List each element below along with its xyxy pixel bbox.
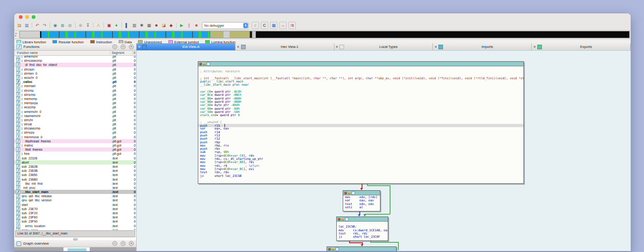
function-row[interactable]: ƒ__libc_init_first.text0 (14, 182, 136, 186)
function-row[interactable]: ƒsub_23F60.text0 (14, 215, 136, 219)
function-row[interactable]: ƒj_wcschr_0.plt0 (14, 76, 136, 80)
navband-segment[interactable] (20, 31, 40, 38)
function-row[interactable]: ƒsub_23F90.text0 (14, 219, 136, 223)
code-line[interactable]: var_58= qword ptr -58h (200, 111, 523, 114)
options-icon[interactable]: ✱ (138, 22, 145, 29)
function-row[interactable]: ƒj_strcspn.plt0 (14, 67, 136, 71)
node-title-bar[interactable] (337, 217, 388, 222)
code-line[interactable]: __libc_start_main proc near (200, 83, 523, 87)
function-row[interactable]: ƒ__libc_start_main.text0 (14, 190, 136, 194)
function-row[interactable]: ƒj_malloc.plt.got0 (14, 143, 136, 147)
disabled-action-icon[interactable]: ⊕ (77, 22, 84, 29)
graph-node-b[interactable]: mov edx, [rdx]xor eax, eaxtest edx, edxs… (343, 190, 380, 211)
debugger-select[interactable]: No debugger▲▼ (202, 22, 249, 29)
function-row[interactable]: ƒ_calloc.plt0 (14, 80, 136, 84)
tab-close-icon[interactable]: ✕ (138, 45, 141, 49)
function-row[interactable]: ƒabort.text0 (14, 160, 136, 164)
function-row[interactable]: ƒj_free.plt.got0 (14, 152, 136, 156)
function-row[interactable]: ƒsub_2362B.text0 (14, 164, 136, 169)
code-line[interactable]: ; int __fastcall __libc_start_main(int (… (200, 77, 523, 80)
enums-icon[interactable]: ▥ (131, 22, 138, 29)
function-row[interactable]: ƒj_strncmp.plt0 (14, 93, 136, 97)
pause-process-icon[interactable]: ∥ (186, 22, 192, 29)
graph-overview-header[interactable]: Graph overview − ○ × (14, 240, 136, 247)
jump-forward-icon[interactable]: ↷ (41, 22, 48, 29)
function-row[interactable]: ƒ__libdl_freeres.plt.got0 (14, 147, 136, 152)
function-row[interactable]: ƒj_wmemchr_0.plt0 (14, 109, 136, 113)
node-code[interactable]: ; Attributes: noreturn; int __fastcall _… (198, 66, 523, 178)
function-row[interactable]: ƒj_strcasecmp.plt0 (14, 126, 136, 130)
function-row[interactable]: ƒstart.text0 (14, 203, 136, 207)
tab-close-icon[interactable]: ✕ (533, 45, 536, 49)
panel-close-icon[interactable]: × (129, 44, 134, 49)
navband-segment[interactable] (230, 31, 250, 38)
tab-ida-view-a[interactable]: ✕IDA View-A (137, 43, 236, 50)
code-line[interactable]: push rbx (200, 147, 523, 151)
graph-node-loc-23C5B[interactable]: loc_23C5B:mov cs:dword_1CE1A0, eaxtest r… (336, 217, 388, 241)
node-code[interactable]: loc_23C5B:mov cs:dword_1CE1A0, eaxtest r… (337, 222, 388, 239)
function-row[interactable]: ƒj_strncpy.plt0 (14, 130, 136, 135)
function-row[interactable]: ƒj_memset.plt0 (14, 84, 136, 88)
code-line[interactable]: ; Attributes: noreturn (200, 70, 523, 73)
shortcuts-icon[interactable]: ▦ (146, 22, 152, 29)
code-line[interactable]: var_60= qword ptr -60h (200, 107, 523, 111)
node-frame-icon[interactable] (207, 62, 210, 66)
code-line[interactable] (200, 117, 523, 120)
tab-close-icon[interactable]: ✕ (434, 45, 437, 49)
graph-overview-map[interactable] (14, 247, 136, 251)
lumina-icon[interactable]: ● (113, 22, 120, 29)
overview-close-icon[interactable]: × (129, 241, 134, 246)
snapshot-icon[interactable]: ▣ (106, 22, 112, 29)
function-row[interactable]: ƒ_init_proc.text0 (14, 186, 136, 190)
select-stepper-icon[interactable]: ▲▼ (243, 23, 248, 28)
function-row[interactable]: ƒj_memcmp.plt0 (14, 97, 136, 101)
segments-icon[interactable]: ◎ (67, 22, 73, 29)
function-row[interactable]: ƒj_strnlen_0.plt0 (14, 71, 136, 76)
function-row[interactable]: ƒsub_23E70.text0 (14, 207, 136, 211)
graph-node-d[interactable] (327, 246, 397, 251)
navband-segment[interactable] (252, 31, 256, 38)
save-icon[interactable]: ▥ (23, 22, 30, 29)
tab-close-icon[interactable]: ✕ (237, 45, 240, 49)
function-row[interactable]: ƒj_memmove_0.plt0 (14, 135, 136, 139)
byte-view-icon[interactable]: ◉ (52, 22, 58, 29)
navband-segment[interactable] (224, 31, 230, 38)
function-row[interactable]: ƒgnu_get_libc_release.text0 (14, 194, 136, 198)
function-row[interactable]: ƒsub_23F20.text0 (14, 211, 136, 215)
navband-segment[interactable] (256, 31, 629, 38)
function-row[interactable]: ƒsub_22326.text0 (14, 156, 136, 160)
code-line[interactable]: push r12 (200, 137, 523, 141)
desktop-layout-icon[interactable]: ▦ (270, 22, 277, 29)
function-row[interactable]: ƒj_strrchr.plt0 (14, 118, 136, 122)
graph-node-libc-start-main[interactable]: ; Attributes: noreturn; int __fastcall _… (198, 61, 524, 184)
column-start[interactable]: S (133, 51, 136, 55)
function-row[interactable]: ƒj_rawmemchr.plt0 (14, 114, 136, 118)
node-frame-icon[interactable] (345, 217, 349, 221)
code-line[interactable]: mov rbp, rcx (200, 144, 523, 147)
patch-icon[interactable]: ◪ (161, 22, 167, 29)
stop-sign-icon[interactable]: ◆ (168, 22, 174, 29)
node-code[interactable]: mov edx, [rdx]xor eax, eaxtest edx, edxs… (343, 195, 380, 210)
navband-segment[interactable] (210, 31, 224, 38)
panel-splitter[interactable] (14, 238, 136, 240)
node-collapse-icon[interactable] (203, 63, 206, 65)
panel-restore-icon[interactable]: ○ (121, 44, 126, 49)
graph-canvas[interactable]: ; Attributes: noreturn; int __fastcall _… (137, 51, 631, 251)
navband-segment[interactable] (41, 31, 210, 38)
node-collapse-icon[interactable] (341, 218, 344, 221)
tab-local-types[interactable]: ✕Local Types (334, 43, 433, 50)
function-row[interactable]: ƒj_strcmp.plt0 (14, 88, 136, 93)
node-title-bar[interactable] (343, 191, 380, 195)
overview-minimize-icon[interactable]: − (112, 241, 117, 246)
code-line[interactable]: push r14 (200, 131, 523, 134)
functions-panel-header[interactable]: ƒ Functions − ○ × (14, 43, 136, 51)
function-row[interactable]: ƒiconv_open.text0 (14, 228, 136, 230)
overview-restore-icon[interactable]: ○ (121, 241, 126, 246)
code-line[interactable]: test rdx, rdx (200, 171, 523, 174)
node-collapse-icon[interactable] (348, 192, 351, 194)
jump-address-icon[interactable]: ↧ (85, 22, 91, 29)
code-line[interactable]: ; __unwind { (200, 121, 523, 124)
navband-scroll-arrows[interactable]: ◂▸ (15, 31, 19, 38)
code-line[interactable]: stack_end= qword ptr 8 (200, 114, 523, 117)
code-line[interactable]: var_C8= qword ptr -0C8h (200, 90, 523, 94)
